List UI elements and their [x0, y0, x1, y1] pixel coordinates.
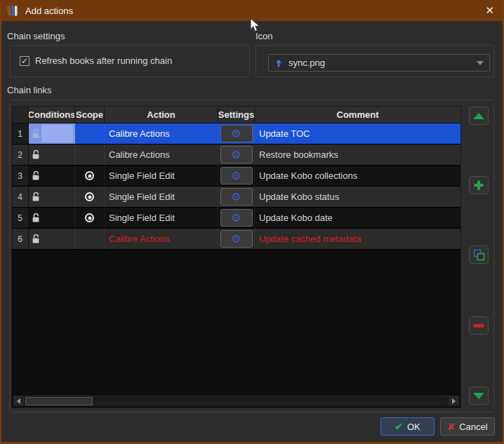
scrollbar-track[interactable] [24, 396, 449, 406]
settings-cell: ⚙ [218, 208, 255, 228]
add-actions-dialog: Add actions ✕ Chain settings ✓ Refresh b… [0, 0, 504, 444]
copy-link-button[interactable] [469, 245, 489, 264]
table-row[interactable]: 4 Single Field Edit ⚙ Update Kobo status [12, 187, 460, 208]
gear-icon: ⚙ [231, 149, 241, 161]
row-number: 4 [12, 187, 29, 207]
close-icon[interactable]: ✕ [485, 4, 494, 17]
table-row[interactable]: 6 Calibre Actions ⚙ Update cached metada… [12, 229, 460, 250]
refresh-books-checkbox[interactable]: ✓ [20, 56, 29, 66]
lock-open-icon [32, 128, 41, 139]
action-cell[interactable]: Calibre Actions [105, 144, 218, 165]
scope-cell[interactable] [75, 123, 105, 144]
conditions-cell[interactable] [29, 123, 75, 144]
arrow-up-icon [473, 113, 484, 119]
column-header-conditions[interactable]: Conditions [29, 107, 75, 123]
settings-gear-button[interactable]: ⚙ [220, 209, 253, 227]
scrollbar-thumb[interactable] [25, 397, 93, 405]
conditions-cell[interactable] [29, 166, 75, 186]
scroll-left-button[interactable] [13, 396, 24, 406]
gear-icon: ⚙ [231, 234, 241, 245]
action-cell[interactable]: Calibre Actions [105, 229, 218, 249]
comment-cell[interactable]: Update Kobo status [255, 187, 460, 207]
row-number: 5 [12, 208, 29, 228]
column-header-settings[interactable]: Settings [218, 107, 255, 123]
action-cell[interactable]: Calibre Actions [105, 123, 218, 144]
add-link-button[interactable] [469, 176, 489, 194]
scope-cell[interactable] [75, 229, 105, 249]
cell-edit-highlight [41, 125, 73, 142]
refresh-books-checkbox-row[interactable]: ✓ Refresh books after running chain [20, 55, 172, 66]
action-cell[interactable]: Single Field Edit [105, 208, 218, 228]
remove-link-button[interactable] [469, 316, 489, 335]
settings-cell: ⚙ [218, 187, 255, 207]
gear-icon: ⚙ [231, 170, 241, 182]
action-cell[interactable]: Single Field Edit [105, 187, 218, 207]
scope-cell[interactable] [75, 187, 105, 207]
gear-icon: ⚙ [231, 128, 241, 140]
x-icon: ✘ [447, 422, 455, 432]
conditions-cell[interactable] [29, 229, 75, 249]
table-row[interactable]: 1 Calibre Actions ⚙ Update TOC [12, 123, 460, 144]
gear-icon: ⚙ [231, 213, 241, 224]
settings-gear-button[interactable]: ⚙ [220, 167, 253, 184]
settings-cell: ⚙ [218, 166, 255, 186]
settings-cell: ⚙ [218, 229, 255, 249]
comment-cell[interactable]: Restore bookmarks [255, 144, 460, 165]
table-row[interactable]: 3 Single Field Edit ⚙ Update Kobo collec… [12, 166, 460, 187]
settings-gear-button[interactable]: ⚙ [220, 188, 253, 206]
table-header: Conditions Scope Action Settings Comment [12, 107, 460, 123]
comment-cell[interactable]: Update TOC [255, 123, 460, 144]
action-cell[interactable]: Single Field Edit [105, 166, 218, 186]
scroll-right-button[interactable] [449, 396, 459, 406]
cancel-button[interactable]: ✘ Cancel [440, 417, 495, 436]
column-header-scope[interactable]: Scope [75, 107, 105, 123]
table-row[interactable]: 2 Calibre Actions ⚙ Restore bookmarks [12, 144, 460, 166]
gear-icon: ⚙ [231, 191, 241, 203]
table-row[interactable]: 5 Single Field Edit ⚙ Update Kobo date [12, 208, 460, 229]
plus-icon [473, 180, 484, 191]
move-up-button[interactable] [469, 107, 489, 125]
sync-icon [274, 59, 283, 67]
settings-gear-button[interactable]: ⚙ [220, 230, 253, 248]
comment-cell[interactable]: Update Kobo collections [255, 166, 460, 186]
settings-cell: ⚙ [218, 144, 255, 165]
scope-cell[interactable] [75, 208, 105, 228]
window-title: Add actions [25, 6, 73, 16]
horizontal-scrollbar[interactable] [13, 396, 459, 406]
settings-gear-button[interactable]: ⚙ [220, 146, 253, 163]
chain-links-table: Conditions Scope Action Settings Comment… [11, 106, 461, 408]
conditions-cell[interactable] [29, 208, 75, 228]
arrow-down-icon [473, 393, 484, 399]
lock-open-icon [32, 191, 41, 202]
comment-cell[interactable]: Update cached metadata [255, 229, 460, 249]
comment-cell[interactable]: Update Kobo date [255, 208, 460, 228]
title-bar[interactable]: Add actions ✕ [0, 0, 504, 21]
ok-button[interactable]: ✔ OK [380, 417, 435, 436]
chain-settings-label: Chain settings [7, 31, 65, 41]
settings-gear-button[interactable]: ⚙ [220, 125, 253, 142]
conditions-cell[interactable] [29, 144, 75, 165]
scope-cell[interactable] [75, 166, 105, 186]
cancel-button-label: Cancel [459, 422, 487, 432]
table-corner-cell [12, 107, 29, 123]
row-number: 3 [12, 166, 29, 186]
row-number: 2 [12, 144, 29, 165]
conditions-cell[interactable] [29, 187, 75, 207]
lock-open-icon [32, 234, 41, 244]
arrow-right-icon [452, 398, 456, 404]
lock-open-icon [32, 170, 41, 181]
column-header-comment[interactable]: Comment [255, 107, 460, 123]
scope-target-icon [85, 171, 94, 180]
refresh-books-checkbox-label: Refresh books after running chain [35, 55, 172, 66]
scope-cell[interactable] [75, 144, 105, 165]
scope-target-icon [85, 192, 94, 201]
row-number: 1 [12, 123, 29, 144]
icon-select-dropdown[interactable]: sync.png [268, 54, 490, 72]
settings-cell: ⚙ [218, 123, 255, 144]
column-header-action[interactable]: Action [105, 107, 218, 123]
calibre-books-icon [7, 5, 20, 16]
table-empty-area [12, 250, 460, 396]
lock-open-icon [32, 149, 41, 160]
move-down-button[interactable] [469, 386, 489, 405]
icon-selected-value: sync.png [289, 58, 471, 68]
